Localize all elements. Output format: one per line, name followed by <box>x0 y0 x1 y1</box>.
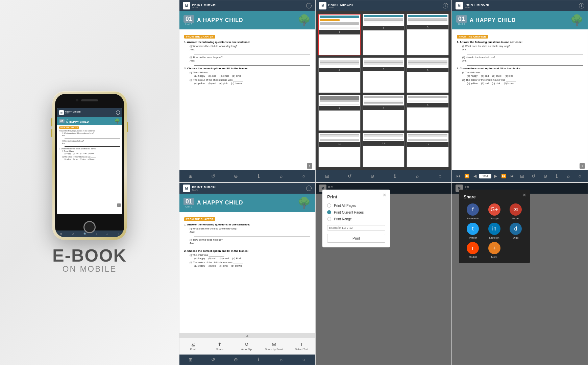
footer-search-icon-1[interactable]: ⌕ <box>276 171 286 181</box>
footer-share-item[interactable]: ⬆ Share <box>211 342 228 351</box>
q2-i: (i) The child was ___________ (a) happy … <box>59 150 120 155</box>
app-chapter-header-4: 01 Unit 1 A HAPPY CHILD 🌳 <box>179 194 315 212</box>
toolbar-expand-chevron[interactable]: ▲ <box>179 333 315 338</box>
footer-flip-icon-1[interactable]: ↺ <box>208 171 218 181</box>
footer-search-icon-4[interactable]: ⌕ <box>276 355 286 365</box>
footer-info-icon[interactable]: ℹ <box>96 233 97 236</box>
thumb-4[interactable]: 4 <box>318 57 360 93</box>
footer-zoom-out-icon[interactable]: 🔍 <box>83 233 87 236</box>
print-current-label: Print Current Pages <box>334 211 364 214</box>
thumb-10[interactable]: 10 <box>318 133 360 167</box>
thumb-7[interactable]: 7 <box>318 95 360 131</box>
mc-options-1: (a) happy(b) sad (c) cruel(d) kind <box>184 74 310 77</box>
footer-info-icon-4[interactable]: ℹ <box>253 355 264 365</box>
share-more[interactable]: + More <box>485 242 504 259</box>
app-info-icon-4[interactable]: i <box>306 186 312 191</box>
footer-flip-icon-2[interactable]: ↺ <box>345 171 355 181</box>
thumb-5[interactable]: 5 <box>363 57 405 93</box>
footer-refresh-icon[interactable]: ↺ <box>72 233 74 236</box>
footer-search-icon-2[interactable]: ⌕ <box>412 171 422 181</box>
footer-more-icon-4[interactable]: ○ <box>299 355 309 365</box>
app-screen-4: M PRINT MIRCHI Studio i 01 Unit 1 A HAPP… <box>179 182 315 365</box>
nav-last-btn[interactable]: ⏭ <box>509 173 516 179</box>
footer-grid-icon-4[interactable]: ⊞ <box>186 355 196 365</box>
thumb-12[interactable]: 12 <box>407 133 448 167</box>
thumb-3[interactable]: 3 <box>407 14 448 55</box>
google-icon: G+ <box>488 203 500 216</box>
print-range-option[interactable]: Print Range <box>327 217 385 221</box>
footer-zoom-icon-2[interactable]: ⊖ <box>367 171 377 181</box>
mc-options-2: (a) yellow(b) red (c) pink(d) brown <box>184 82 310 85</box>
print-all-option[interactable]: Print All Pages <box>327 203 385 208</box>
thumb-label-10: 10 <box>319 142 360 147</box>
app-logo-2: M PRINT MIRCHI Studio <box>319 2 353 9</box>
thumb-11[interactable]: 11 <box>363 133 405 167</box>
footer-sharemail-item[interactable]: ✉ Share by Email <box>265 342 283 351</box>
share-digg[interactable]: d Digg <box>506 223 525 239</box>
footer-info-icon-2[interactable]: ℹ <box>390 171 400 181</box>
chapter-title: A HAPPY CHILD <box>66 120 113 123</box>
thumb-2[interactable]: 2 <box>363 14 405 55</box>
nav-next-fast-btn[interactable]: ⏩ <box>500 173 508 179</box>
footer-zoom-icon-3[interactable]: ⊖ <box>540 171 550 181</box>
phone-speaker <box>81 99 98 101</box>
share-linkedin[interactable]: in LinkedIn <box>485 223 504 239</box>
share-google[interactable]: G+ Google <box>485 203 504 220</box>
footer-more-icon-3[interactable]: ○ <box>575 171 585 181</box>
app-info-icon-2[interactable]: i <box>443 3 448 8</box>
app-ans-line-1 <box>194 52 310 54</box>
thumb-9[interactable]: 9 <box>407 95 448 131</box>
footer-info-icon-3[interactable]: ℹ <box>552 171 562 181</box>
share-reddit[interactable]: r Reddit <box>464 242 482 259</box>
nav-first-btn[interactable]: ⏮ <box>455 173 462 179</box>
app-info-icon-1[interactable]: i <box>306 3 312 8</box>
phone-outer: M PRINT MIRCHI Studio i 01 <box>52 91 127 240</box>
footer-grid-icon-3[interactable]: ⊞ <box>517 171 527 181</box>
print-button[interactable]: Print <box>327 234 385 243</box>
footer-grid-icon-2[interactable]: ⊞ <box>322 171 332 181</box>
footer-search-icon-3[interactable]: ⌕ <box>563 171 573 181</box>
phone-home-button[interactable] <box>83 221 96 233</box>
footer-more-icon-2[interactable]: ○ <box>435 171 445 181</box>
nav-page-input[interactable]: 1/64 <box>479 174 491 178</box>
thumb-8[interactable]: 8 <box>363 95 405 131</box>
radio-print-all[interactable] <box>327 203 331 208</box>
share-twitter[interactable]: t Twitter <box>464 223 482 239</box>
footer-flip-icon-4[interactable]: ↺ <box>208 355 218 365</box>
email-label: Email <box>512 217 519 220</box>
radio-print-range[interactable] <box>327 217 331 221</box>
footer-more-icon-1[interactable]: ○ <box>299 171 309 181</box>
ebook-sub-label: ON MOBILE <box>52 264 127 274</box>
linkedin-label: LinkedIn <box>489 236 499 239</box>
footer-grid-icon-1[interactable]: ⊞ <box>186 171 196 181</box>
thumb-6[interactable]: 6 <box>407 57 448 93</box>
share-dialog-close[interactable]: ✕ <box>522 192 526 198</box>
app-info-icon-3[interactable]: i <box>579 3 584 8</box>
app-chapter-num-1: 01 <box>183 15 194 23</box>
footer-print-item[interactable]: 🖨 Print <box>185 342 201 351</box>
brand-name-2: PRINT MIRCHI <box>328 3 353 6</box>
print-range-input[interactable] <box>327 225 385 230</box>
footer-flip-icon-3[interactable]: ↺ <box>529 171 539 181</box>
footer-autoflip-item[interactable]: ↺ Auto Flip <box>238 342 255 351</box>
app-header-4: M PRINT MIRCHI Studio i <box>179 183 315 194</box>
footer-more-icon[interactable]: ○ <box>118 233 119 236</box>
footer-grid-icon[interactable]: ⊞ <box>60 233 62 236</box>
print-dialog-close[interactable]: ✕ <box>383 192 387 198</box>
footer-search-icon[interactable]: ⌕ <box>106 233 108 236</box>
nav-next-btn[interactable]: ▶ <box>493 173 498 179</box>
footer-zoom-icon-4[interactable]: ⊖ <box>231 355 241 365</box>
more-icon: + <box>488 242 500 254</box>
share-facebook[interactable]: f Facebook <box>464 203 482 220</box>
nav-prev-fast-btn[interactable]: ⏪ <box>463 173 471 179</box>
thumb-1[interactable]: 1 <box>318 14 360 55</box>
app-logo-box-4: M <box>183 185 190 192</box>
radio-print-current[interactable] <box>327 210 331 214</box>
nav-prev-btn[interactable]: ◀ <box>472 173 478 179</box>
print-current-option[interactable]: Print Current Pages <box>327 210 385 214</box>
print-dialog-title: Print <box>327 194 385 199</box>
footer-selecttext-item[interactable]: T Select Text <box>293 342 310 351</box>
footer-info-icon-1[interactable]: ℹ <box>253 171 264 181</box>
footer-zoom-icon-1[interactable]: ⊖ <box>231 171 241 181</box>
share-email[interactable]: ✉ Email <box>506 203 525 220</box>
